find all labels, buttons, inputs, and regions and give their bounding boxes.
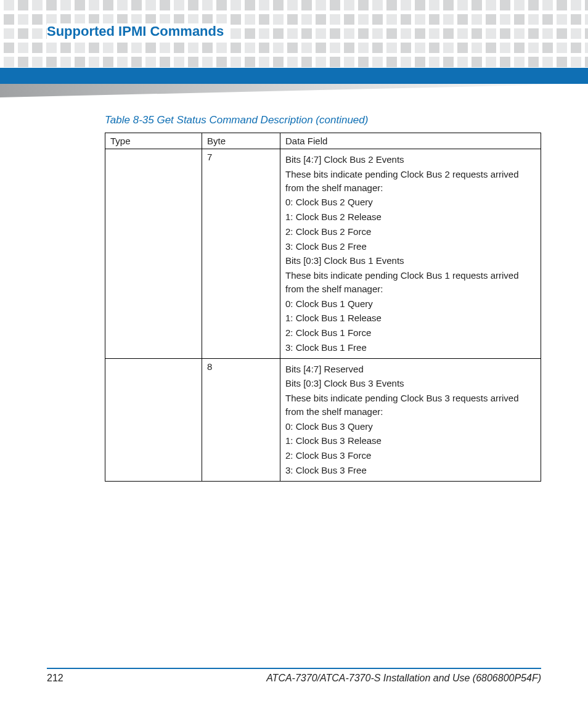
cell-data: Bits [4:7] Clock Bus 2 EventsThese bits … <box>280 149 541 359</box>
header-blue-bar <box>0 68 588 84</box>
cell-data: Bits [4:7] ReservedBits [0:3] Clock Bus … <box>280 358 541 481</box>
data-line: 2: Clock Bus 1 Force <box>285 326 536 340</box>
table-row: 7Bits [4:7] Clock Bus 2 EventsThese bits… <box>105 149 541 359</box>
data-line: 3: Clock Bus 1 Free <box>285 341 536 355</box>
data-line: 3: Clock Bus 2 Free <box>285 240 536 253</box>
data-line: 3: Clock Bus 3 Free <box>285 464 536 477</box>
cell-type <box>105 358 202 481</box>
data-line: These bits indicate pending Clock Bus 2 … <box>285 168 536 195</box>
table-row: 8Bits [4:7] ReservedBits [0:3] Clock Bus… <box>105 358 541 481</box>
data-line: These bits indicate pending Clock Bus 3 … <box>285 392 536 419</box>
cell-type <box>105 149 202 359</box>
page-number: 212 <box>47 673 63 684</box>
data-line: These bits indicate pending Clock Bus 1 … <box>285 269 536 296</box>
data-line: 2: Clock Bus 2 Force <box>285 225 536 239</box>
page-footer: 212 ATCA-7370/ATCA-7370-S Installation a… <box>47 668 541 684</box>
data-line: Bits [4:7] Reserved <box>285 363 536 376</box>
data-line: 0: Clock Bus 2 Query <box>285 195 536 209</box>
ipmi-status-table: Type Byte Data Field 7Bits [4:7] Clock B… <box>105 133 541 482</box>
data-line: 1: Clock Bus 1 Release <box>285 311 536 325</box>
col-header-data: Data Field <box>280 133 541 149</box>
col-header-type: Type <box>105 133 202 149</box>
data-line: 1: Clock Bus 3 Release <box>285 434 536 448</box>
doc-title: ATCA-7370/ATCA-7370-S Installation and U… <box>266 673 541 684</box>
cell-byte: 8 <box>202 358 280 481</box>
data-line: 0: Clock Bus 3 Query <box>285 420 536 433</box>
data-line: 0: Clock Bus 1 Query <box>285 297 536 311</box>
col-header-byte: Byte <box>202 133 280 149</box>
data-line: 1: Clock Bus 2 Release <box>285 210 536 224</box>
data-line: Bits [0:3] Clock Bus 3 Events <box>285 377 536 390</box>
cell-byte: 7 <box>202 149 280 359</box>
data-line: Bits [4:7] Clock Bus 2 Events <box>285 153 536 166</box>
header-gradient-wedge <box>0 84 588 97</box>
data-line: 2: Clock Bus 3 Force <box>285 449 536 462</box>
table-header-row: Type Byte Data Field <box>105 133 541 149</box>
table-caption: Table 8-35 Get Status Command Descriptio… <box>105 114 541 126</box>
page-title: Supported IPMI Commands <box>47 23 224 39</box>
data-line: Bits [0:3] Clock Bus 1 Events <box>285 254 536 268</box>
page-title-wrap: Supported IPMI Commands <box>47 23 229 39</box>
